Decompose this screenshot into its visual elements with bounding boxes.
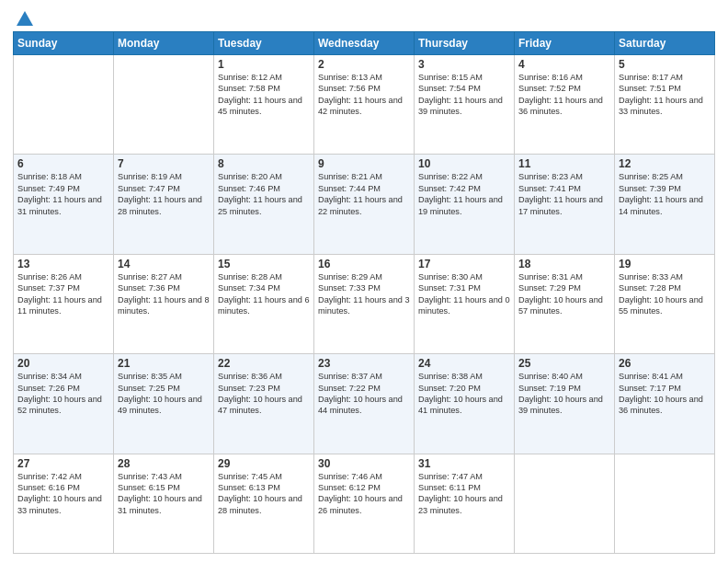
calendar-header-row: SundayMondayTuesdayWednesdayThursdayFrid… [14,32,715,55]
cell-content: Sunrise: 8:15 AMSunset: 7:54 PMDaylight:… [418,73,503,116]
day-number: 3 [418,58,510,71]
calendar-cell: 18Sunrise: 8:31 AMSunset: 7:29 PMDayligh… [515,254,615,353]
cell-content: Sunrise: 8:20 AMSunset: 7:46 PMDaylight:… [218,172,302,215]
calendar-cell: 24Sunrise: 8:38 AMSunset: 7:20 PMDayligh… [415,354,515,454]
cell-content: Sunrise: 8:12 AMSunset: 7:58 PMDaylight:… [218,73,302,116]
cell-content: Sunrise: 8:17 AMSunset: 7:51 PMDaylight:… [619,73,703,116]
calendar-cell: 5Sunrise: 8:17 AMSunset: 7:51 PMDaylight… [615,55,715,155]
weekday-header-sunday: Sunday [14,32,114,55]
calendar-cell: 12Sunrise: 8:25 AMSunset: 7:39 PMDayligh… [615,155,715,254]
day-number: 30 [318,457,410,470]
calendar-cell: 21Sunrise: 8:35 AMSunset: 7:25 PMDayligh… [114,354,214,454]
calendar-cell: 27Sunrise: 7:42 AMSunset: 6:16 PMDayligh… [14,454,114,553]
day-number: 2 [318,58,410,71]
cell-content: Sunrise: 8:27 AMSunset: 7:36 PMDaylight:… [118,272,210,316]
day-number: 9 [318,157,410,170]
day-number: 18 [518,258,610,270]
day-number: 27 [17,457,109,470]
calendar-cell: 13Sunrise: 8:26 AMSunset: 7:37 PMDayligh… [14,254,114,353]
weekday-header-wednesday: Wednesday [314,32,415,55]
day-number: 23 [318,357,410,370]
calendar-cell [515,454,615,553]
day-number: 29 [218,457,310,470]
day-number: 28 [118,457,210,470]
calendar-cell: 16Sunrise: 8:29 AMSunset: 7:33 PMDayligh… [314,254,415,353]
calendar-cell: 25Sunrise: 8:40 AMSunset: 7:19 PMDayligh… [515,354,615,454]
calendar-cell: 26Sunrise: 8:41 AMSunset: 7:17 PMDayligh… [615,354,715,454]
calendar-cell [615,454,715,553]
calendar-cell: 17Sunrise: 8:30 AMSunset: 7:31 PMDayligh… [415,254,515,353]
calendar-cell: 20Sunrise: 8:34 AMSunset: 7:26 PMDayligh… [14,354,114,454]
day-number: 8 [218,157,310,170]
calendar-cell: 1Sunrise: 8:12 AMSunset: 7:58 PMDaylight… [214,55,314,155]
header [13,9,715,26]
calendar-cell: 31Sunrise: 7:47 AMSunset: 6:11 PMDayligh… [415,454,515,553]
day-number: 6 [17,157,109,170]
day-number: 31 [418,457,510,470]
calendar-table: SundayMondayTuesdayWednesdayThursdayFrid… [13,31,715,554]
cell-content: Sunrise: 8:25 AMSunset: 7:39 PMDaylight:… [619,172,703,215]
calendar-cell: 9Sunrise: 8:21 AMSunset: 7:44 PMDaylight… [314,155,415,254]
calendar-cell: 4Sunrise: 8:16 AMSunset: 7:52 PMDaylight… [515,55,615,155]
weekday-header-thursday: Thursday [415,32,515,55]
cell-content: Sunrise: 8:13 AMSunset: 7:56 PMDaylight:… [318,73,403,116]
calendar-week-row: 20Sunrise: 8:34 AMSunset: 7:26 PMDayligh… [14,354,715,454]
day-number: 25 [518,357,610,370]
day-number: 24 [418,357,510,370]
calendar-cell [114,55,214,155]
cell-content: Sunrise: 8:22 AMSunset: 7:42 PMDaylight:… [418,172,503,215]
day-number: 16 [318,258,410,270]
cell-content: Sunrise: 7:46 AMSunset: 6:12 PMDaylight:… [318,472,403,515]
day-number: 7 [118,157,210,170]
calendar-week-row: 13Sunrise: 8:26 AMSunset: 7:37 PMDayligh… [14,254,715,353]
day-number: 19 [619,258,711,270]
day-number: 14 [118,258,210,270]
day-number: 22 [218,357,310,370]
cell-content: Sunrise: 8:40 AMSunset: 7:19 PMDaylight:… [518,372,603,415]
cell-content: Sunrise: 8:41 AMSunset: 7:17 PMDaylight:… [619,372,703,415]
day-number: 15 [218,258,310,270]
weekday-header-tuesday: Tuesday [214,32,314,55]
cell-content: Sunrise: 8:31 AMSunset: 7:29 PMDaylight:… [518,272,603,316]
weekday-header-friday: Friday [515,32,615,55]
cell-content: Sunrise: 7:47 AMSunset: 6:11 PMDaylight:… [418,472,503,515]
day-number: 21 [118,357,210,370]
calendar-cell: 19Sunrise: 8:33 AMSunset: 7:28 PMDayligh… [615,254,715,353]
cell-content: Sunrise: 7:42 AMSunset: 6:16 PMDaylight:… [17,472,102,515]
logo [13,9,35,26]
calendar-cell: 29Sunrise: 7:45 AMSunset: 6:13 PMDayligh… [214,454,314,553]
cell-content: Sunrise: 8:30 AMSunset: 7:31 PMDaylight:… [418,272,510,316]
calendar-cell: 2Sunrise: 8:13 AMSunset: 7:56 PMDaylight… [314,55,415,155]
cell-content: Sunrise: 8:35 AMSunset: 7:25 PMDaylight:… [118,372,202,415]
day-number: 11 [518,157,610,170]
day-number: 17 [418,258,510,270]
day-number: 10 [418,157,510,170]
calendar-week-row: 27Sunrise: 7:42 AMSunset: 6:16 PMDayligh… [14,454,715,553]
calendar-cell: 10Sunrise: 8:22 AMSunset: 7:42 PMDayligh… [415,155,515,254]
cell-content: Sunrise: 8:38 AMSunset: 7:20 PMDaylight:… [418,372,503,415]
cell-content: Sunrise: 8:37 AMSunset: 7:22 PMDaylight:… [318,372,403,415]
day-number: 20 [17,357,109,370]
calendar-cell [14,55,114,155]
day-number: 26 [619,357,711,370]
cell-content: Sunrise: 8:23 AMSunset: 7:41 PMDaylight:… [518,172,603,215]
weekday-header-monday: Monday [114,32,214,55]
calendar-cell: 22Sunrise: 8:36 AMSunset: 7:23 PMDayligh… [214,354,314,454]
calendar-week-row: 6Sunrise: 8:18 AMSunset: 7:49 PMDaylight… [14,155,715,254]
cell-content: Sunrise: 8:34 AMSunset: 7:26 PMDaylight:… [17,372,102,415]
calendar-week-row: 1Sunrise: 8:12 AMSunset: 7:58 PMDaylight… [14,55,715,155]
cell-content: Sunrise: 8:18 AMSunset: 7:49 PMDaylight:… [17,172,102,215]
calendar-cell: 28Sunrise: 7:43 AMSunset: 6:15 PMDayligh… [114,454,214,553]
day-number: 12 [619,157,711,170]
calendar-cell: 15Sunrise: 8:28 AMSunset: 7:34 PMDayligh… [214,254,314,353]
weekday-header-saturday: Saturday [615,32,715,55]
calendar-cell: 23Sunrise: 8:37 AMSunset: 7:22 PMDayligh… [314,354,415,454]
page: SundayMondayTuesdayWednesdayThursdayFrid… [0,0,728,563]
cell-content: Sunrise: 8:16 AMSunset: 7:52 PMDaylight:… [518,73,603,116]
cell-content: Sunrise: 8:33 AMSunset: 7:28 PMDaylight:… [619,272,703,316]
cell-content: Sunrise: 7:45 AMSunset: 6:13 PMDaylight:… [218,472,302,515]
cell-content: Sunrise: 8:36 AMSunset: 7:23 PMDaylight:… [218,372,302,415]
day-number: 4 [518,58,610,71]
logo-icon [15,9,35,29]
cell-content: Sunrise: 8:28 AMSunset: 7:34 PMDaylight:… [218,272,310,316]
